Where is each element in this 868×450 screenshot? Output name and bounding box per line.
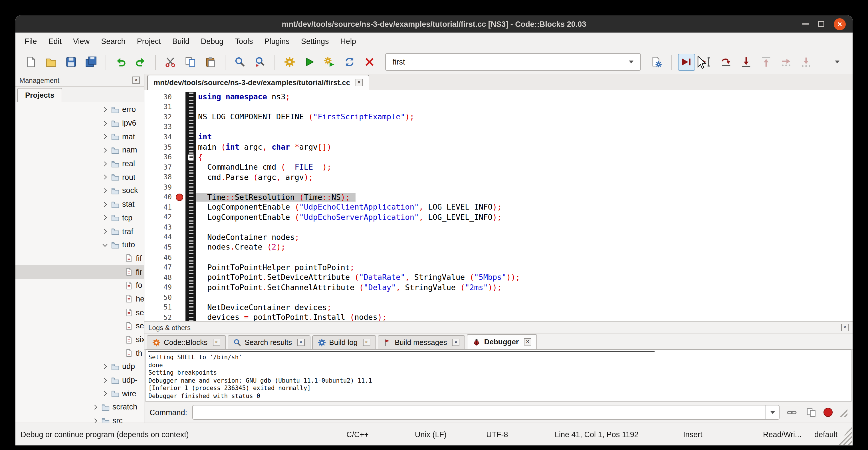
line-number[interactable]: 39 (144, 183, 173, 191)
code-line[interactable]: 52 devices = pointToPoint.Install (nodes… (144, 312, 852, 321)
breakpoint-margin[interactable] (173, 222, 185, 232)
tree-item-se[interactable]: se (16, 306, 144, 319)
code-line[interactable]: 39 (144, 182, 852, 192)
copy-log-button[interactable] (804, 405, 818, 419)
build-and-run-button[interactable] (321, 53, 338, 70)
code-line[interactable]: 42 LogComponentEnable ("UdpEchoServerApp… (144, 212, 852, 222)
menu-search[interactable]: Search (95, 34, 131, 49)
find-button[interactable] (231, 53, 249, 70)
tree-item-tuto[interactable]: tuto (16, 238, 144, 251)
tree-item-fif[interactable]: fif (16, 251, 144, 265)
paste-button[interactable] (202, 53, 219, 70)
line-number[interactable]: 44 (144, 233, 173, 241)
tree-item-six[interactable]: six (16, 333, 144, 346)
editor-tab-first-cc[interactable]: mnt/dev/tools/source/ns-3-dev/examples/t… (147, 75, 369, 90)
run-button[interactable] (301, 53, 318, 70)
line-number[interactable]: 36 (144, 153, 173, 161)
line-number[interactable]: 47 (144, 263, 173, 271)
log-tab-debugger[interactable]: Debugger× (467, 334, 537, 349)
breakpoint-margin[interactable] (173, 202, 185, 212)
menu-edit[interactable]: Edit (43, 34, 68, 49)
breakpoint-margin[interactable] (173, 242, 185, 252)
tree-item-udp[interactable]: udp (16, 360, 144, 373)
tree-item-udp-[interactable]: udp- (16, 373, 144, 387)
abort-button[interactable] (361, 53, 378, 70)
breakpoint-margin[interactable] (173, 312, 185, 321)
chevron-right-icon[interactable] (93, 418, 98, 423)
code-line[interactable]: 44 NodeContainer nodes; (144, 232, 852, 242)
cut-button[interactable] (162, 53, 179, 70)
breakpoint-margin[interactable] (173, 252, 185, 262)
chevron-right-icon[interactable] (103, 108, 107, 112)
breakpoint-margin[interactable] (173, 112, 185, 122)
save-all-button[interactable] (83, 53, 100, 70)
redo-button[interactable] (132, 53, 149, 70)
line-number[interactable]: 46 (144, 253, 173, 261)
line-number[interactable]: 30 (144, 93, 173, 101)
build-button[interactable] (281, 53, 298, 70)
step-into-button[interactable] (738, 53, 755, 70)
line-number[interactable]: 49 (144, 283, 173, 291)
titlebar[interactable]: mnt/dev/tools/source/ns-3-dev/examples/t… (16, 16, 852, 33)
code-line[interactable]: 50 (144, 292, 852, 302)
code-line[interactable]: 41 LogComponentEnable ("UdpEchoClientApp… (144, 202, 852, 212)
chevron-right-icon[interactable] (103, 188, 107, 193)
menu-help[interactable]: Help (335, 34, 362, 49)
breakpoint-margin[interactable] (173, 172, 185, 182)
code-line[interactable]: 45 nodes.Create (2); (144, 242, 852, 252)
tree-item-he[interactable]: he (16, 292, 144, 305)
tree-item-se[interactable]: se (16, 319, 144, 333)
save-button[interactable] (62, 53, 80, 70)
command-dropdown[interactable] (765, 406, 779, 419)
chevron-right-icon[interactable] (103, 148, 107, 152)
chevron-right-icon[interactable] (103, 121, 107, 125)
resize-grip[interactable] (838, 408, 847, 417)
line-number[interactable]: 35 (144, 143, 173, 151)
chevron-right-icon[interactable] (103, 378, 107, 382)
code-line[interactable]: 51 NetDeviceContainer devices; (144, 302, 852, 312)
compile-current-file-button[interactable] (648, 53, 665, 70)
run-to-cursor-button[interactable] (698, 53, 715, 70)
tree-item-mat[interactable]: mat (16, 130, 144, 143)
chevron-right-icon[interactable] (103, 364, 107, 369)
line-number[interactable]: 32 (144, 113, 173, 121)
tree-item-sock[interactable]: sock (16, 184, 144, 197)
line-number[interactable]: 43 (144, 223, 173, 231)
tree-item-traf[interactable]: traf (16, 224, 144, 238)
tree-item-th[interactable]: th (16, 347, 144, 360)
tab-projects[interactable]: Projects (17, 88, 62, 102)
tree-item-fir[interactable]: fir (16, 265, 144, 279)
line-number[interactable]: 31 (144, 103, 173, 111)
tree-item-erro[interactable]: erro (16, 103, 144, 116)
chevron-right-icon[interactable] (103, 175, 107, 180)
chevron-right-icon[interactable] (103, 229, 107, 234)
code-line[interactable]: 48 pointToPoint.SetDeviceAttribute ("Dat… (144, 272, 852, 282)
code-line[interactable]: 37 CommandLine cmd (__FILE__); (144, 162, 852, 172)
breakpoint-margin[interactable] (173, 262, 185, 272)
tree-item-real[interactable]: real (16, 157, 144, 171)
tree-item-scratch[interactable]: scratch (16, 400, 144, 414)
code-line[interactable]: 35main (int argc, char *argv[]) (144, 142, 852, 152)
step-into-instruction-button[interactable] (798, 53, 815, 70)
tree-item-ipv6[interactable]: ipv6 (16, 116, 144, 130)
close-tab-icon[interactable]: × (524, 338, 531, 346)
breakpoint-margin[interactable] (173, 272, 185, 282)
line-number[interactable]: 33 (144, 123, 173, 131)
line-number[interactable]: 48 (144, 273, 173, 281)
chevron-right-icon[interactable] (93, 405, 98, 410)
next-instruction-button[interactable] (778, 53, 795, 70)
chevron-right-icon[interactable] (103, 202, 107, 206)
line-number[interactable]: 42 (144, 213, 173, 221)
menu-settings[interactable]: Settings (295, 34, 335, 49)
maximize-button[interactable] (818, 21, 824, 27)
menu-build[interactable]: Build (167, 34, 195, 49)
close-tab-icon[interactable]: × (355, 79, 363, 86)
replace-button[interactable] (251, 53, 269, 70)
tree-item-stat[interactable]: stat (16, 198, 144, 211)
close-panel-icon[interactable]: × (841, 324, 848, 331)
tree-item-nam[interactable]: nam (16, 143, 144, 157)
window-resize-grip[interactable] (838, 424, 852, 445)
line-number[interactable]: 40 (144, 193, 173, 201)
next-line-button[interactable] (718, 53, 735, 70)
menu-debug[interactable]: Debug (195, 34, 229, 49)
